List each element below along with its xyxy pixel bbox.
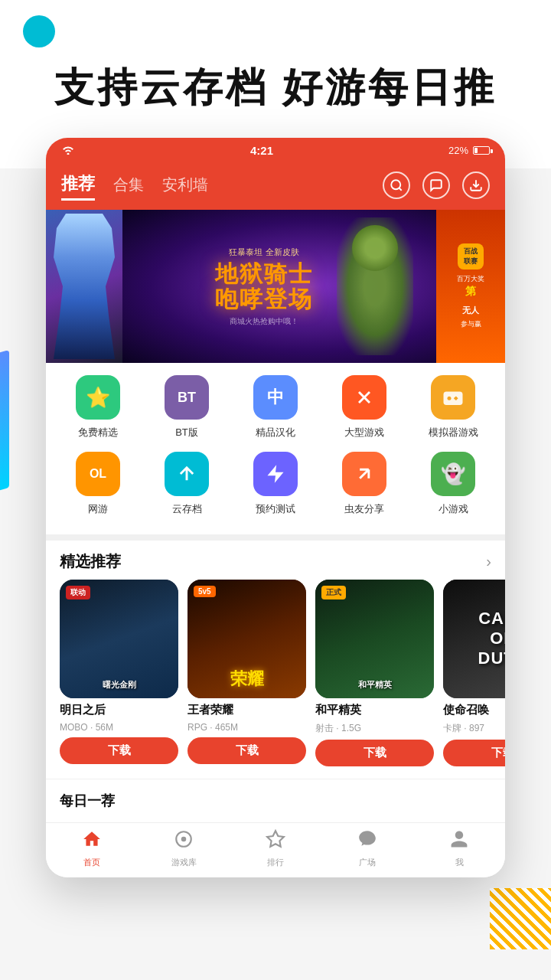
blue-dot [23, 15, 55, 47]
featured-section-header: 精选推荐 › [46, 541, 505, 580]
banner-title: 地狱骑士咆哮登场 [215, 261, 313, 312]
svg-point-5 [448, 397, 452, 400]
banner-right[interactable]: 百战 联赛 百万大奖 第 无人 参与赢 [436, 210, 505, 363]
banner-left [46, 210, 122, 363]
cat-emulator-icon [431, 375, 475, 420]
svg-rect-4 [444, 392, 463, 406]
nav-action-icons [383, 172, 490, 199]
cat-mini-label: 小游戏 [439, 502, 468, 516]
cat-reserve-icon [253, 452, 298, 496]
cat-online[interactable]: OL 网游 [60, 452, 136, 516]
download-btn-0[interactable]: 下载 [60, 737, 178, 764]
download-btn-1[interactable]: 下载 [187, 737, 306, 764]
banner-left-image [46, 210, 122, 363]
cat-cloud-label: 云存档 [172, 502, 202, 516]
plaza-icon [357, 829, 377, 854]
search-button[interactable] [383, 172, 410, 199]
cat-large-label: 大型游戏 [344, 426, 384, 439]
library-icon [174, 829, 194, 854]
deco-stripe-orange [490, 888, 551, 949]
game-icon-3[interactable]: CALLOFDUTY [443, 580, 505, 698]
game-tag-1: 5v5 [194, 586, 216, 597]
nav-home[interactable]: 首页 [61, 829, 122, 868]
cat-chinese[interactable]: 中 精品汉化 [237, 375, 314, 439]
cat-large[interactable]: 大型游戏 [326, 375, 403, 439]
game-name-3: 使命召唤 [443, 703, 505, 717]
game-meta-1: RPG · 465M [187, 722, 306, 733]
featured-title: 精选推荐 [60, 551, 121, 572]
nav-me[interactable]: 我 [429, 829, 490, 868]
cat-free-icon: ⭐ [76, 375, 120, 420]
cat-bt-label: BT版 [175, 426, 198, 439]
cat-free[interactable]: ⭐ 免费精选 [60, 375, 136, 439]
game-item-0: 联动 曙光金刚 明日之后 MOBO · 56M 下载 [60, 580, 178, 766]
phone-mockup: 4:21 22% 推荐 合集 安利墙 [46, 138, 505, 877]
cat-chinese-icon: 中 [253, 375, 298, 420]
game-tag-2: 正式 [321, 586, 346, 599]
nav-tab-recommend-wall[interactable]: 安利墙 [162, 172, 208, 198]
cat-reserve-label: 预约测试 [256, 502, 295, 516]
featured-arrow[interactable]: › [486, 553, 491, 570]
game-icon-2[interactable]: 正式 和平精英 [315, 580, 434, 698]
cat-share-icon [342, 452, 386, 496]
nav-me-label: 我 [455, 857, 464, 868]
download-btn-3[interactable]: 下载 [443, 740, 505, 766]
game-icon-0[interactable]: 联动 曙光金刚 [60, 580, 178, 698]
status-left [61, 144, 75, 157]
cod-text: CALLOFDUTY [453, 609, 506, 669]
svg-rect-7 [454, 397, 458, 400]
hero-text: 支持云存档 好游每日推 [0, 0, 551, 138]
top-nav-bar: 推荐 合集 安利墙 [46, 163, 505, 210]
cat-share[interactable]: 虫友分享 [326, 452, 403, 516]
status-time: 4:21 [75, 144, 448, 157]
game-item-1: 5v5 荣耀 王者荣耀 RPG · 465M 下载 [187, 580, 306, 766]
download-button[interactable] [462, 172, 490, 199]
battery-icon [473, 146, 490, 155]
chat-button[interactable] [422, 172, 450, 199]
game-meta-2: 射击 · 1.5G [315, 722, 434, 735]
game-name-2: 和平精英 [315, 703, 434, 717]
nav-plaza-label: 广场 [359, 857, 376, 868]
nav-tab-recommend[interactable]: 推荐 [61, 169, 95, 201]
cat-chinese-label: 精品汉化 [256, 426, 295, 439]
game-name-0: 明日之后 [60, 703, 178, 717]
section-divider [46, 534, 505, 541]
game-meta-0: MOBO · 56M [60, 722, 178, 733]
cat-online-icon: OL [76, 452, 120, 496]
cat-mini[interactable]: 👻 小游戏 [415, 452, 491, 516]
nav-ranking-label: 排行 [267, 857, 284, 868]
nav-plaza[interactable]: 广场 [337, 829, 398, 868]
game-tag-0: 联动 [66, 586, 90, 599]
cat-mini-icon: 👻 [431, 452, 475, 496]
banner-main[interactable]: 狂暴泰坦 全新皮肤 地狱骑士咆哮登场 商城火热抢购中哦！ [122, 210, 436, 363]
cat-emulator-label: 模拟器游戏 [429, 426, 478, 439]
cat-emulator[interactable]: 模拟器游戏 [415, 375, 491, 439]
deco-stripe-blue [0, 350, 9, 492]
svg-point-0 [391, 180, 400, 189]
svg-marker-8 [268, 465, 284, 482]
cat-reserve[interactable]: 预约测试 [237, 452, 314, 516]
game-meta-3: 卡牌 · 897 [443, 722, 505, 735]
cat-free-label: 免费精选 [78, 426, 118, 439]
cat-large-icon [342, 375, 386, 420]
daily-recommend-title: 每日一荐 [60, 793, 115, 808]
nav-library[interactable]: 游戏库 [153, 829, 214, 868]
bottom-nav: 首页 游戏库 排行 广场 [46, 822, 505, 877]
cat-bt[interactable]: BT BT版 [148, 375, 225, 439]
game-icon-1[interactable]: 5v5 荣耀 [187, 580, 306, 698]
nav-ranking[interactable]: 排行 [245, 829, 306, 868]
cat-cloud[interactable]: 云存档 [148, 452, 225, 516]
wifi-icon [61, 144, 75, 157]
game-list: 联动 曙光金刚 明日之后 MOBO · 56M 下载 5v5 荣耀 王者荣耀 R… [46, 580, 505, 779]
cat-cloud-icon [165, 452, 209, 496]
status-bar: 4:21 22% [46, 138, 505, 163]
download-btn-2[interactable]: 下载 [315, 740, 434, 766]
ranking-icon [266, 829, 285, 854]
nav-library-label: 游戏库 [171, 857, 197, 868]
nav-tab-collection[interactable]: 合集 [113, 172, 144, 198]
banner-subtitle: 狂暴泰坦 全新皮肤 [215, 247, 313, 258]
category-section: ⭐ 免费精选 BT BT版 中 精品汉化 大型游戏 [46, 363, 505, 534]
cat-bt-icon: BT [165, 375, 209, 420]
banner-section[interactable]: 狂暴泰坦 全新皮肤 地狱骑士咆哮登场 商城火热抢购中哦！ 百战 联赛 百万大奖 … [46, 210, 505, 363]
nav-home-label: 首页 [83, 857, 100, 868]
